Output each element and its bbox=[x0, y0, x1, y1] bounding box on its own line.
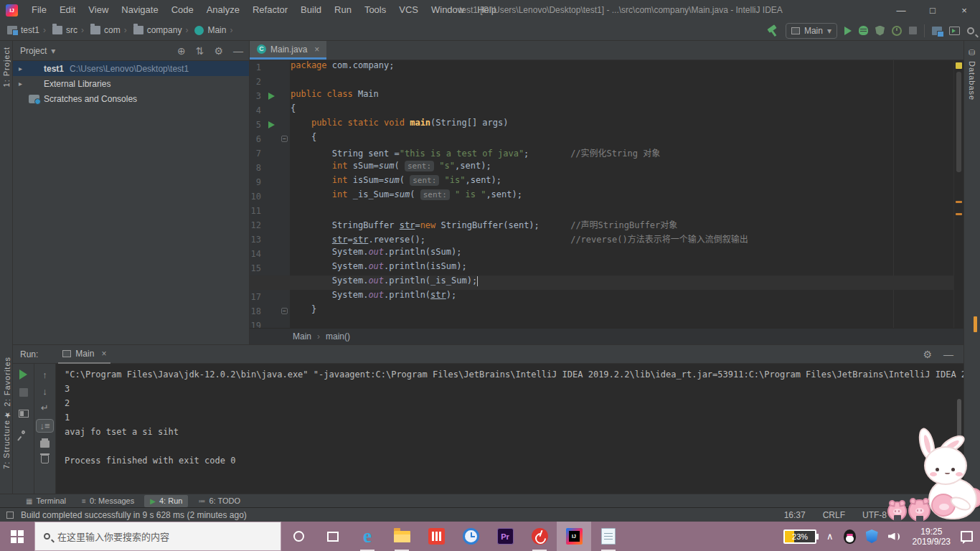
inspection-status-icon[interactable] bbox=[956, 62, 962, 69]
run-icon[interactable] bbox=[844, 27, 852, 35]
project-panel-header[interactable]: Project▾ ⊕ ⇅ ⚙ — bbox=[13, 41, 249, 61]
coverage-icon[interactable] bbox=[875, 26, 885, 36]
hide-icon[interactable]: — bbox=[943, 349, 953, 360]
clock-app-icon[interactable] bbox=[453, 522, 488, 551]
menu-item[interactable]: View bbox=[82, 0, 115, 20]
run-config-selector[interactable]: Main ▾ bbox=[786, 23, 837, 39]
menu-item[interactable]: Navigate bbox=[115, 0, 164, 20]
breadcrumb-item[interactable]: company › bbox=[133, 25, 192, 35]
menu-item[interactable]: Tools bbox=[358, 0, 392, 20]
battery-icon[interactable]: 23% bbox=[783, 529, 816, 544]
qq-penguin-icon[interactable] bbox=[844, 529, 856, 544]
netease-music-icon[interactable] bbox=[522, 522, 557, 551]
menu-item[interactable]: VCS bbox=[392, 0, 425, 20]
breadcrumb-item[interactable]: com › bbox=[90, 25, 131, 35]
file-encoding[interactable]: UTF-8 bbox=[862, 510, 887, 520]
edge-icon[interactable]: e bbox=[350, 522, 385, 551]
run-console[interactable]: "C:\Program Files\Java\jdk-12.0.2\bin\ja… bbox=[56, 364, 963, 494]
hide-icon[interactable]: — bbox=[233, 45, 243, 57]
locate-icon[interactable]: ⊕ bbox=[177, 45, 186, 57]
notepad-icon[interactable] bbox=[591, 522, 626, 551]
cortana-icon[interactable] bbox=[281, 522, 316, 551]
tool-stripe-project[interactable]: 1: Project bbox=[2, 47, 11, 90]
tree-row[interactable]: ▸ test1 C:\Users\Lenovo\Desktop\test1 bbox=[13, 61, 249, 76]
breadcrumb-item[interactable]: Main › bbox=[194, 25, 236, 35]
collapse-all-icon[interactable]: ⇅ bbox=[196, 45, 204, 57]
tool-window-button[interactable]: ≔ 6: TODO bbox=[192, 495, 246, 507]
breadcrumb-item[interactable]: src › bbox=[52, 25, 88, 35]
run-anything-icon[interactable] bbox=[932, 27, 942, 35]
tool-stripe-favorites[interactable]: ★ 2: Favorites bbox=[2, 357, 11, 423]
screencast-icon[interactable] bbox=[949, 27, 960, 35]
menu-item[interactable]: Edit bbox=[53, 0, 82, 20]
breadcrumb-class[interactable]: Main bbox=[293, 331, 311, 342]
fold-icon[interactable]: − bbox=[281, 308, 288, 314]
console-scrollbar-thumb[interactable] bbox=[957, 399, 961, 438]
speaker-icon[interactable] bbox=[888, 531, 903, 542]
navigation-bar: test1 › src › com › company bbox=[0, 20, 980, 41]
clear-all-icon[interactable] bbox=[41, 455, 49, 463]
tool-window-button[interactable]: ≡ 0: Messages bbox=[76, 495, 140, 507]
caret-position[interactable]: 16:37 bbox=[784, 510, 806, 520]
file-explorer-icon[interactable] bbox=[385, 522, 419, 551]
chevron-up-icon[interactable]: ∧ bbox=[826, 531, 834, 542]
menu-item[interactable]: File bbox=[25, 0, 53, 20]
gear-icon[interactable]: ⚙ bbox=[214, 45, 223, 57]
menu-item[interactable]: Analyze bbox=[200, 0, 246, 20]
debug-icon[interactable] bbox=[859, 26, 868, 35]
breadcrumb-method[interactable]: main() bbox=[326, 331, 350, 342]
print-icon[interactable] bbox=[40, 441, 50, 448]
up-stack-icon[interactable]: ↑ bbox=[42, 369, 47, 380]
search-everywhere-icon[interactable] bbox=[967, 27, 974, 34]
tree-row[interactable]: Scratches and Consoles bbox=[13, 91, 249, 106]
security-shield-icon[interactable] bbox=[866, 529, 878, 543]
rerun-icon[interactable] bbox=[19, 369, 27, 380]
pin-icon[interactable] bbox=[21, 430, 26, 435]
premiere-icon[interactable]: Pr bbox=[488, 522, 522, 551]
down-stack-icon[interactable]: ↓ bbox=[42, 386, 47, 397]
tool-stripe-database[interactable]: ⛁ Database bbox=[968, 48, 977, 103]
menu-item[interactable]: Run bbox=[328, 0, 358, 20]
run-tab-main[interactable]: Main × bbox=[58, 345, 110, 364]
code-editor[interactable]: 123456−789101112131415161718−19 package … bbox=[250, 60, 963, 328]
close-icon[interactable]: × bbox=[948, 0, 980, 20]
taskbar-search-box[interactable]: 在这里输入你要搜索的内容 bbox=[34, 522, 281, 551]
fold-icon[interactable]: − bbox=[281, 136, 288, 142]
show-layout-icon[interactable] bbox=[19, 410, 29, 418]
menu-item[interactable]: Refactor bbox=[246, 0, 294, 20]
notification-center-icon[interactable] bbox=[961, 531, 973, 542]
editor-tab-main-java[interactable]: C Main.java × bbox=[250, 41, 326, 60]
menu-item[interactable]: Build bbox=[294, 0, 328, 20]
toolwindow-toggle-icon[interactable] bbox=[6, 512, 14, 519]
tool-stripe-structure[interactable]: 7: Structure bbox=[2, 420, 11, 472]
tab-close-icon[interactable]: × bbox=[314, 44, 319, 55]
status-bar: Build completed successfully in 9 s 628 … bbox=[0, 507, 980, 522]
run-line-icon[interactable] bbox=[268, 93, 275, 100]
stripe-mark[interactable] bbox=[956, 213, 962, 215]
run-line-icon[interactable] bbox=[268, 121, 275, 128]
red-bars-app-icon[interactable] bbox=[419, 522, 453, 551]
expand-arrow-icon[interactable]: ▸ bbox=[19, 65, 29, 72]
start-icon[interactable] bbox=[0, 522, 34, 551]
task-view-icon[interactable] bbox=[316, 522, 350, 551]
tool-window-button[interactable]: ▶ 4: Run bbox=[144, 495, 188, 507]
profiler-icon[interactable] bbox=[892, 26, 902, 36]
tab-close-icon[interactable]: × bbox=[101, 349, 106, 359]
maximize-icon[interactable]: □ bbox=[917, 0, 948, 20]
breadcrumb-item[interactable]: test1 › bbox=[7, 25, 50, 35]
build-hammer-icon[interactable] bbox=[767, 25, 778, 37]
menu-item[interactable]: Code bbox=[165, 0, 200, 20]
scroll-to-end-icon[interactable]: ↓≡ bbox=[36, 419, 53, 433]
taskbar-clock[interactable]: 19:252019/9/23 bbox=[913, 527, 951, 547]
expand-arrow-icon[interactable]: ▸ bbox=[19, 80, 29, 88]
intellij-idea-icon[interactable]: IJ bbox=[557, 522, 591, 551]
tree-row[interactable]: ▸ External Libraries bbox=[13, 76, 249, 91]
left-tool-stripe: 1: Project ★ 2: Favorites 7: Structure bbox=[0, 41, 13, 494]
soft-wrap-icon[interactable]: ↵ bbox=[41, 402, 49, 413]
stripe-mark[interactable] bbox=[956, 201, 962, 203]
editor-scrollbar-thumb[interactable] bbox=[956, 72, 961, 172]
minimize-icon[interactable]: — bbox=[885, 0, 917, 20]
tool-window-button[interactable]: ▦ Terminal bbox=[20, 495, 72, 507]
line-separator[interactable]: CRLF bbox=[823, 510, 845, 520]
gear-icon[interactable]: ⚙ bbox=[923, 349, 932, 360]
